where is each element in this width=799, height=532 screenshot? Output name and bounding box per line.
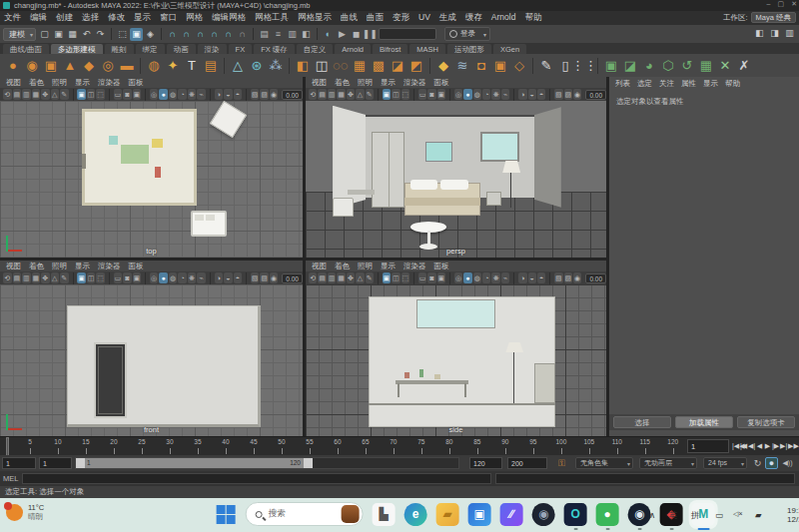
- shelf-tool-icon[interactable]: ●: [4, 57, 22, 75]
- volume-icon[interactable]: ◁×: [733, 510, 742, 518]
- speaker-icon[interactable]: ◀)): [781, 457, 794, 469]
- ae-copy-tab-button[interactable]: 复制选项卡: [737, 416, 795, 428]
- shelf-tool-icon[interactable]: ▲: [61, 57, 79, 75]
- shelf-tab-渲染[interactable]: 渲染: [198, 44, 227, 54]
- vp-toolbar-icon[interactable]: ◙: [427, 89, 435, 100]
- shelf-tool-icon[interactable]: ⋮⋮: [575, 57, 593, 75]
- vp-toolbar-icon[interactable]: ◍: [169, 89, 178, 100]
- shelf-tool-icon[interactable]: ↺: [678, 57, 696, 75]
- vp-toolbar-icon[interactable]: ▭: [418, 89, 426, 100]
- menu-变形[interactable]: 变形: [393, 12, 409, 24]
- vp-toolbar-icon[interactable]: ▭: [418, 272, 426, 283]
- vp-toolbar-icon[interactable]: ⬚: [96, 89, 105, 100]
- vp-toolbar-icon[interactable]: ⬚: [401, 272, 409, 283]
- vp-toolbar-icon[interactable]: ▦: [337, 89, 345, 100]
- start-button[interactable]: [215, 503, 237, 525]
- vp-toolbar-icon[interactable]: ▧: [554, 272, 562, 283]
- status-icon[interactable]: ▶: [336, 28, 349, 41]
- vp-toolbar-icon[interactable]: ⌁: [501, 89, 509, 100]
- maximize-button[interactable]: ▢: [778, 0, 785, 8]
- shelf-tab-FX[interactable]: FX: [229, 44, 253, 54]
- taskbar-app-sphere-app[interactable]: ◉: [532, 503, 555, 526]
- minimize-button[interactable]: –: [767, 0, 771, 8]
- shelf-tool-icon[interactable]: ◆: [80, 57, 98, 75]
- shelf-tool-icon[interactable]: ◉: [23, 57, 41, 75]
- vp-menu-照明[interactable]: 照明: [358, 262, 373, 271]
- vp-toolbar-icon[interactable]: ◫: [392, 272, 400, 283]
- current-frame-field[interactable]: 1: [687, 439, 729, 453]
- ae-menu-帮助[interactable]: 帮助: [725, 79, 740, 89]
- vp-menu-照明[interactable]: 照明: [52, 262, 67, 271]
- vp-toolbar-icon[interactable]: ◙: [427, 272, 435, 283]
- status-icon[interactable]: ↶: [80, 28, 93, 41]
- menu-文件[interactable]: 文件: [4, 12, 21, 24]
- panel-toggle-icon[interactable]: ◧: [753, 27, 766, 40]
- vp-toolbar-icon[interactable]: ❋: [491, 89, 499, 100]
- tray-folder-icon[interactable]: ▰: [755, 510, 762, 520]
- status-icon[interactable]: ∩: [194, 28, 207, 41]
- menu-网格显示[interactable]: 网格显示: [298, 12, 332, 24]
- menu-窗口[interactable]: 窗口: [160, 12, 177, 24]
- vp-toolbar-icon[interactable]: ⟲: [3, 89, 12, 100]
- shelf-tool-icon[interactable]: △: [229, 57, 247, 75]
- shelf-tool-icon[interactable]: ◩: [407, 57, 425, 75]
- vp-toolbar-icon[interactable]: ✎: [366, 272, 374, 283]
- menu-编辑网格[interactable]: 编辑网格: [212, 12, 246, 24]
- taskbar-app-wechat-app[interactable]: ●: [596, 503, 619, 526]
- taskbar-app-capcut-app[interactable]: ∕∕: [500, 503, 523, 526]
- vp-exposure-value[interactable]: 0.00: [282, 273, 303, 283]
- vp-toolbar-icon[interactable]: ◎: [150, 89, 159, 100]
- vp-menu-显示[interactable]: 显示: [75, 78, 90, 88]
- character-set-dropdown[interactable]: 无角色集: [575, 457, 633, 469]
- vp-menu-渲染器[interactable]: 渲染器: [98, 78, 121, 88]
- ae-menu-属性[interactable]: 属性: [681, 79, 696, 89]
- shelf-tab-FX 缓存[interactable]: FX 缓存: [254, 44, 295, 54]
- shelf-tab-Arnold[interactable]: Arnold: [335, 44, 371, 54]
- vp-toolbar-icon[interactable]: ▦: [32, 272, 41, 283]
- menu-修改[interactable]: 修改: [108, 12, 125, 24]
- menu-创建[interactable]: 创建: [56, 12, 73, 24]
- vp-toolbar-icon[interactable]: ▥: [22, 272, 31, 283]
- shelf-tool-icon[interactable]: ⁂: [267, 57, 285, 75]
- weather-widget[interactable]: 11°C 晴朗: [6, 503, 44, 521]
- status-icon[interactable]: ∩: [236, 28, 249, 41]
- vp-menu-着色[interactable]: 着色: [29, 262, 44, 271]
- vp-toolbar-icon[interactable]: ◔: [482, 272, 490, 283]
- vp-toolbar-icon[interactable]: ◉: [573, 89, 581, 100]
- menu-选择[interactable]: 选择: [82, 12, 99, 24]
- vp-menu-视图[interactable]: 视图: [6, 262, 21, 271]
- shelf-tool-icon[interactable]: ▬: [118, 57, 136, 75]
- menu-缓存[interactable]: 缓存: [465, 12, 482, 24]
- status-icon[interactable]: ❚❚: [364, 28, 377, 41]
- vp-toolbar-icon[interactable]: ✥: [347, 89, 355, 100]
- command-input[interactable]: [22, 473, 491, 484]
- vp-toolbar-icon[interactable]: ▣: [383, 89, 391, 100]
- taskbar-app-notes-app[interactable]: ▙: [373, 503, 396, 526]
- panel-toggle-icon[interactable]: ▥: [783, 27, 796, 40]
- vp-toolbar-icon[interactable]: ◓: [537, 272, 545, 283]
- taskbar-clock[interactable]: 19:1 12/1: [787, 506, 799, 524]
- vp-exposure-value[interactable]: 0.00: [585, 90, 606, 100]
- vp-toolbar-icon[interactable]: ✎: [60, 272, 69, 283]
- taskbar-app-edge-browser[interactable]: e: [404, 503, 427, 526]
- vp-toolbar-icon[interactable]: ◫: [87, 272, 96, 283]
- shelf-tool-icon[interactable]: ▣: [42, 57, 60, 75]
- shelf-tool-icon[interactable]: ≋: [453, 57, 471, 75]
- shelf-tool-icon[interactable]: ◎: [99, 57, 117, 75]
- shelf-tool-icon[interactable]: ▦: [697, 57, 715, 75]
- anim-end-field[interactable]: 200: [507, 457, 547, 469]
- vp-toolbar-icon[interactable]: ✥: [41, 272, 50, 283]
- fps-dropdown[interactable]: 24 fps: [703, 457, 747, 469]
- command-line-label[interactable]: MEL: [3, 474, 18, 483]
- shelf-tool-icon[interactable]: ◍: [145, 57, 163, 75]
- vp-toolbar-icon[interactable]: ◒: [224, 89, 233, 100]
- status-icon[interactable]: ◧: [300, 28, 313, 41]
- playback-button[interactable]: ▶|: [780, 439, 787, 453]
- shelf-tab-绑定[interactable]: 绑定: [136, 44, 165, 54]
- vp-toolbar-icon[interactable]: ▣: [77, 89, 86, 100]
- vp-toolbar-icon[interactable]: ✎: [60, 89, 69, 100]
- vp-toolbar-icon[interactable]: ◑: [518, 89, 526, 100]
- vp-toolbar-icon[interactable]: ⌁: [197, 89, 206, 100]
- shelf-tool-icon[interactable]: ◪: [389, 57, 406, 75]
- shelf-tab-动画[interactable]: 动画: [167, 44, 196, 54]
